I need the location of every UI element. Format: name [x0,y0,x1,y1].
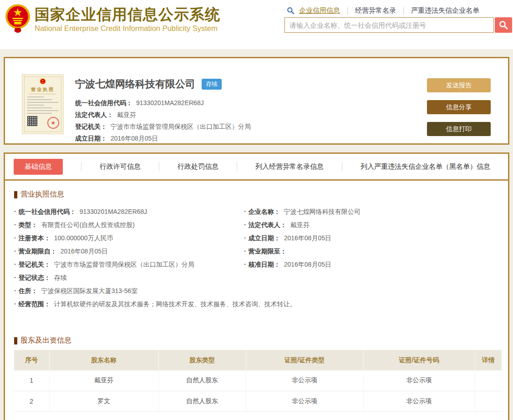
field-registration-status: ·登记状态：存续 [14,271,244,284]
search-button[interactable] [495,17,512,33]
field-approval-date: ·核准日期：2016年08月05日 [244,258,331,271]
field-registered-capital: ·注册资本：100.000000万人民币 [14,232,244,245]
section-title-bar [14,191,17,198]
field-registry-authority: ·登记机关：宁波市市场监督管理局保税区（出口加工区）分局 [14,258,244,271]
tab-admin-license[interactable]: 行政许可信息 [100,162,141,171]
tab-blacklist[interactable]: 列入严重违法失信企业名单（黑名单）信息 [361,162,490,171]
nav-link-abnormal-operations[interactable]: 经营异常名录 [355,6,396,15]
field-company-type: ·类型：有限责任公司(自然人投资或控股) [14,218,244,232]
nav-separator [403,7,404,15]
license-emblem-icon [40,78,46,86]
national-emblem-icon [5,4,31,35]
header-nav: 企业信用信息 经营异常名录 严重违法失信企业名单 [287,6,479,15]
table-row: 1 戴亚芬 自然人股东 非公示项 非公示项 [14,370,502,391]
col-header-cert-type: 证照/证件类型 [246,350,363,370]
field-established-date: ·成立日期：2016年08月05日 [244,232,331,245]
field-term-to: ·营业期限至： [244,245,290,258]
nav-separator [347,7,348,15]
field-address: ·住所：宁波保税区国际发展大厦313-56室 [14,284,499,298]
section-title-license-info: 营业执照信息 [14,190,499,199]
license-red-seal-icon: ★ [47,117,59,129]
tab-abnormal-list[interactable]: 列入经营异常名录信息 [255,162,324,171]
license-title: 营业执照 [31,86,55,93]
tab-separator [237,162,237,171]
table-row: 2 罗文 自然人股东 非公示项 非公示项 [14,391,502,411]
nav-link-enterprise-credit[interactable]: 企业信用信息 [299,6,340,15]
tab-separator [342,162,342,171]
site-header: 国家企业信用信息公示系统 National Enterprise Credit … [0,0,513,49]
col-header-cert-number: 证照/证件号码 [363,350,475,370]
field-company-name: ·企业名称：宁波七煌网络科技有限公司 [244,205,361,218]
section-title-shareholders: 股东及出资信息 [14,336,499,345]
tab-admin-penalty[interactable]: 行政处罚信息 [178,162,218,171]
section-title-bar [14,337,17,344]
site-subtitle: National Enterprise Credit Information P… [35,24,220,33]
col-header-shareholder-type: 股东类型 [158,350,246,370]
search-button-icon [498,20,508,30]
search-input[interactable] [284,17,494,33]
summary-field-established: 成立日期：2016年08月05日 [75,132,251,144]
summary-field-legal-rep: 法定代表人：戴亚芬 [75,109,251,121]
tab-separator [159,162,159,171]
company-summary-card: 营业执照 ★ 宁波七煌网络科技有限公司 存续 统一社会信用代码：91330201… [4,57,509,145]
field-term-from: ·营业期限自：2016年08月05日 [14,245,244,258]
col-header-shareholder-name: 股东名称 [49,350,158,370]
field-legal-rep: ·法定代表人：戴亚芬 [244,218,310,232]
search-icon [287,7,295,15]
tab-separator [81,162,81,171]
company-info-block: 宁波七煌网络科技有限公司 存续 统一社会信用代码：91330201MA282ER… [75,77,251,144]
col-header-index: 序号 [14,350,49,370]
shareholders-table: 序号 股东名称 股东类型 证照/证件类型 证照/证件号码 详情 1 戴亚芬 自然… [14,350,502,412]
site-title: 国家企业信用信息公示系统 [35,6,220,23]
license-text-lines [27,96,58,116]
detail-card: 基础信息 行政许可信息 行政处罚信息 列入经营异常名录信息 列入严重违法失信企业… [4,152,509,420]
print-info-button[interactable]: 信息打印 [427,122,491,136]
summary-field-credit-code: 统一社会信用代码：91330201MA282ER68J [75,97,251,109]
field-credit-code: ·统一社会信用代码：91330201MA282ER68J [14,205,244,218]
summary-field-registry: 登记机关：宁波市市场监督管理局保税区（出口加工区）分局 [75,121,251,132]
site-logo: 国家企业信用信息公示系统 National Enterprise Credit … [5,4,220,35]
field-business-scope: ·经营范围：计算机软硬件的研发及其技术服务；网络技术开发、技术服务、技术咨询、技… [14,298,499,311]
company-name: 宁波七煌网络科技有限公司 [75,77,195,91]
share-info-button[interactable]: 信息分享 [427,100,491,114]
tab-bar: 基础信息 行政许可信息 行政处罚信息 列入经营异常名录信息 列入严重违法失信企业… [5,154,508,181]
nav-link-blacklist[interactable]: 严重违法失信企业名单 [411,6,479,15]
business-license-image: 营业执照 ★ [22,74,64,134]
license-qr-code [27,116,37,126]
send-report-button[interactable]: 发送报告 [427,78,491,92]
license-info-fields: ·统一社会信用代码：91330201MA282ER68J ·企业名称：宁波七煌网… [14,205,499,311]
license-divider [29,94,56,94]
col-header-detail: 详情 [475,350,502,370]
tab-basic-info[interactable]: 基础信息 [14,159,63,175]
status-badge: 存续 [202,79,222,90]
action-buttons: 发送报告 信息分享 信息打印 [427,78,491,144]
table-header-row: 序号 股东名称 股东类型 证照/证件类型 证照/证件号码 详情 [14,350,502,370]
